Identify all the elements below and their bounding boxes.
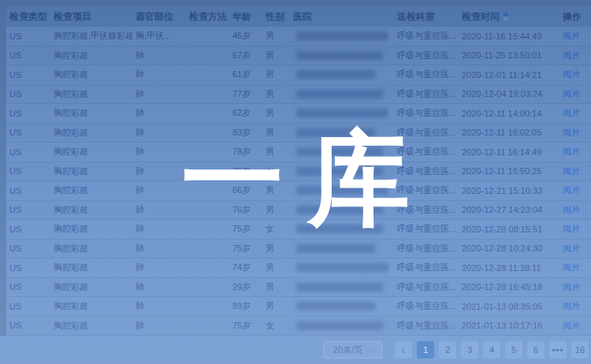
sort-asc-icon[interactable] (503, 12, 509, 16)
view-images-link[interactable]: 阅片 (563, 320, 580, 332)
cell-organ-part: 肺 (132, 317, 186, 336)
redacted-hospital-text (296, 90, 383, 98)
col-header-age: 年龄 (229, 6, 262, 27)
view-images-link[interactable]: 阅片 (563, 262, 580, 273)
cell-actions: 阅片 (550, 220, 591, 239)
cell-department: 呼吸与重症医... (389, 297, 459, 316)
cell-exam-method (186, 162, 229, 181)
view-images-link[interactable]: 阅片 (563, 165, 580, 177)
cell-exam-method (186, 317, 229, 336)
view-images-link[interactable]: 阅片 (563, 88, 580, 100)
cell-hospital (290, 104, 389, 123)
cell-gender: 女 (262, 317, 290, 336)
table-row[interactable]: US 胸腔彩超 肺 76岁 女 呼吸与重症医... 2020-12-11 16:… (6, 162, 591, 182)
page-button-16[interactable]: 16 (571, 341, 589, 358)
cell-exam-item: 胸腔彩超 (50, 143, 132, 162)
page-button-4[interactable]: 4 (483, 341, 500, 358)
view-images-link[interactable]: 阅片 (563, 69, 580, 80)
page-button-5[interactable]: 5 (505, 341, 522, 358)
view-images-link[interactable]: 阅片 (563, 300, 580, 312)
more-pages-button[interactable]: ••• (549, 341, 567, 358)
table-row[interactable]: US 胸腔彩超 肺 78岁 男 呼吸与重症医... 2020-12-11 16:… (6, 143, 591, 162)
cell-organ-part: 肺 (132, 258, 186, 277)
col-header-hospital: 医院 (290, 6, 389, 27)
table-row[interactable]: US 胸腔彩超 肺 89岁 男 呼吸与重症医... 2021-01-13 08:… (6, 297, 591, 317)
cell-gender: 男 (262, 65, 290, 84)
cell-department: 呼吸与重症医... (389, 27, 459, 46)
cell-age: 66岁 (229, 181, 262, 200)
redacted-hospital-text (296, 128, 375, 137)
sort-desc-icon[interactable] (503, 17, 509, 21)
cell-exam-method (186, 65, 229, 84)
cell-gender: 男 (262, 297, 290, 316)
redacted-hospital-text (296, 167, 383, 176)
table-row[interactable]: US 胸腔彩超 肺 76岁 男 呼吸与重症医... 2020-12-27 14:… (6, 201, 591, 221)
cell-exam-item: 胸腔彩超 (50, 124, 132, 143)
cell-exam-time: 2020-12-28 08:15:51 (459, 220, 550, 239)
cell-exam-type: US (6, 46, 50, 65)
view-images-link[interactable]: 阅片 (563, 107, 580, 119)
cell-hospital (290, 143, 389, 162)
redacted-hospital-text (296, 51, 383, 60)
table-row[interactable]: US 胸腔彩超 肺 57岁 男 呼吸与重症医... 2020-11-25 13:… (6, 46, 591, 66)
cell-organ-part: 肺 (132, 65, 186, 84)
cell-actions: 阅片 (550, 240, 591, 258)
cell-department: 呼吸与重症医... (389, 143, 459, 162)
cell-age: 62岁 (229, 104, 262, 123)
cell-department: 呼吸与重症医... (389, 124, 459, 143)
table-row[interactable]: US 胸腔彩超 肺 62岁 男 呼吸与重症医... 2020-12-11 14:… (6, 104, 591, 124)
table-row[interactable]: US 胸腔彩超 肺 75岁 女 呼吸与重症医... 2020-12-28 08:… (6, 220, 591, 240)
page-button-6[interactable]: 6 (527, 341, 545, 358)
cell-exam-type: US (6, 317, 50, 336)
page-button-1[interactable]: 1 (417, 341, 434, 358)
view-images-link[interactable]: 阅片 (563, 127, 580, 139)
cell-exam-item: 胸腔彩超 (50, 278, 132, 297)
cell-exam-item: 胸腔彩超,甲状腺彩超 (50, 27, 132, 46)
view-images-link[interactable]: 阅片 (563, 243, 580, 254)
cell-exam-item: 胸腔彩超 (50, 258, 132, 277)
cell-organ-part: 肺 (132, 201, 186, 220)
page-size-select[interactable]: 20条/页 (323, 341, 382, 358)
cell-exam-item: 胸腔彩超 (50, 201, 132, 220)
view-images-link[interactable]: 阅片 (563, 223, 580, 235)
table-row[interactable]: US 胸腔彩超 肺 75岁 女 呼吸与重症医... 2021-01-13 10:… (6, 317, 591, 336)
view-images-link[interactable]: 阅片 (563, 30, 580, 42)
cell-organ-part: 肺 (132, 297, 186, 316)
table-row[interactable]: US 胸腔彩超 肺 75岁 男 呼吸与重症医... 2020-12-28 10:… (6, 240, 591, 259)
view-images-link[interactable]: 阅片 (563, 184, 580, 196)
redacted-hospital-text (296, 109, 388, 117)
chevron-down-icon (367, 345, 374, 351)
table-row[interactable]: US 胸腔彩超 肺 74岁 男 呼吸与重症医... 2020-12-28 11:… (6, 258, 591, 278)
cell-exam-type: US (6, 278, 50, 297)
table-row[interactable]: US 胸腔彩超,甲状腺彩超 胸,甲状... 46岁 男 呼吸与重症医... 20… (6, 27, 591, 46)
cell-hospital (290, 201, 389, 220)
table-row[interactable]: US 胸腔彩超 肺 29岁 男 呼吸与重症医... 2020-12-28 16:… (6, 278, 591, 298)
cell-exam-item: 胸腔彩超 (50, 240, 132, 258)
page-button-2[interactable]: 2 (439, 341, 456, 358)
cell-age: 46岁 (229, 27, 262, 46)
cell-organ-part: 肺 (132, 46, 186, 65)
table-row[interactable]: US 胸腔彩超 肺 83岁 男 呼吸与重症医... 2020-12-11 16:… (6, 124, 591, 143)
cell-exam-type: US (6, 65, 50, 84)
view-images-link[interactable]: 阅片 (563, 146, 580, 158)
redacted-hospital-text (296, 225, 383, 233)
cell-hospital (290, 258, 389, 277)
table-row[interactable]: US 胸腔彩超 肺 66岁 男 呼吸与重症医... 2020-12-21 15:… (6, 181, 591, 201)
redacted-hospital-text (296, 32, 388, 40)
cell-hospital (290, 46, 389, 65)
cell-organ-part: 肺 (132, 85, 186, 104)
sort-icon[interactable] (503, 12, 509, 21)
cell-actions: 阅片 (550, 143, 591, 162)
view-images-link[interactable]: 阅片 (563, 50, 580, 61)
table-row[interactable]: US 胸腔彩超 肺 77岁 男 呼吸与重症医... 2020-12-04 19:… (6, 85, 591, 105)
view-images-link[interactable]: 阅片 (563, 204, 580, 216)
cell-organ-part: 肺 (132, 162, 186, 181)
cell-gender: 女 (262, 220, 290, 239)
cell-department: 呼吸与重症医... (389, 278, 459, 297)
col-header-exam-time[interactable]: 检查时间 (459, 6, 550, 27)
prev-page-button[interactable]: ‹ (395, 341, 412, 358)
cell-age: 77岁 (229, 85, 262, 104)
table-row[interactable]: US 胸腔彩超 肺 61岁 男 呼吸与重症医... 2020-12-01 11:… (6, 65, 591, 85)
page-button-3[interactable]: 3 (461, 341, 478, 358)
view-images-link[interactable]: 阅片 (563, 281, 580, 293)
